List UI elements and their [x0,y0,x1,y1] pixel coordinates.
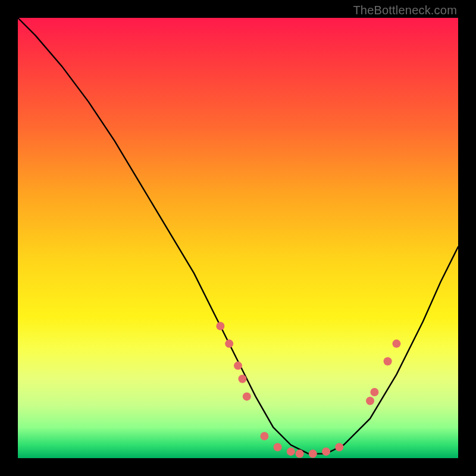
marker-dot [216,322,224,330]
marker-dot [243,392,251,400]
marker-dot [274,443,282,452]
marker-dot [309,450,317,458]
watermark-text: TheBottleneck.com [353,4,457,17]
marker-dot [322,447,330,456]
chart-frame: TheBottleneck.com [0,0,476,476]
curve-svg [18,18,458,458]
marker-dots [216,322,400,458]
marker-dot [225,340,233,348]
plot-area [18,18,458,458]
marker-dot [260,432,268,440]
bottleneck-curve [18,18,458,454]
marker-dot [384,357,392,365]
marker-dot [287,447,295,456]
marker-dot [335,443,343,452]
marker-dot [370,388,378,396]
marker-dot [366,397,374,405]
marker-dot [238,375,246,383]
marker-dot [234,362,242,370]
marker-dot [392,340,400,348]
marker-dot [296,450,304,458]
